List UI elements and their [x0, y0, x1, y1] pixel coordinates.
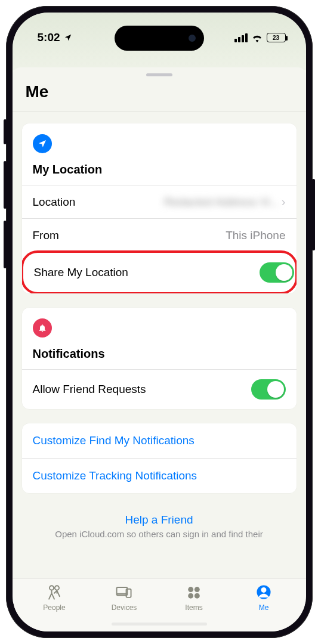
share-my-location-toggle[interactable] [260, 262, 294, 283]
people-icon [45, 583, 64, 601]
svg-point-6 [188, 593, 193, 599]
notifications-card: Notifications Allow Friend Requests [22, 308, 297, 409]
volume-down-button [4, 221, 7, 268]
chevron-right-icon: › [282, 195, 286, 209]
location-value: Redacted Address Vi... [164, 196, 279, 209]
customize-tracking-link[interactable]: Customize Tracking Notifications [22, 458, 297, 493]
allow-friend-requests-row[interactable]: Allow Friend Requests [22, 369, 297, 409]
status-time: 5:02 [38, 31, 60, 44]
tab-people[interactable]: People [20, 583, 89, 612]
devices-icon [115, 583, 134, 601]
from-value: This iPhone [226, 229, 285, 242]
tab-items-label: Items [185, 603, 202, 612]
help-a-friend-subtitle: Open iCloud.com so others can sign in an… [34, 529, 285, 539]
tab-me-label: Me [259, 603, 269, 612]
tab-devices[interactable]: Devices [89, 583, 159, 612]
me-sheet: Me My Location Location Redacted Address [13, 67, 306, 578]
share-my-location-label: Share My Location [34, 266, 128, 279]
svg-point-1 [55, 586, 59, 590]
location-row[interactable]: Location Redacted Address Vi... › [22, 185, 297, 218]
items-icon [184, 583, 203, 601]
screen: 5:02 23 Me My Location [13, 13, 306, 631]
side-button [4, 119, 7, 144]
sheet-grabber[interactable] [146, 73, 172, 76]
help-a-friend-section: Help a Friend Open iCloud.com so others … [22, 507, 297, 539]
notifications-title: Notifications [33, 347, 286, 361]
customize-find-my-link[interactable]: Customize Find My Notifications [22, 423, 297, 458]
svg-point-5 [194, 587, 200, 592]
from-label: From [33, 229, 59, 242]
battery-icon: 23 [267, 33, 286, 42]
from-row[interactable]: From This iPhone [22, 218, 297, 252]
tab-me[interactable]: Me [229, 583, 299, 612]
location-services-icon [64, 33, 72, 42]
tab-bar: People Devices Items Me [13, 578, 306, 631]
phone-frame: 5:02 23 Me My Location [6, 6, 313, 638]
battery-level: 23 [273, 35, 279, 41]
tab-people-label: People [43, 603, 65, 612]
my-location-title: My Location [33, 163, 286, 177]
location-label: Location [33, 196, 76, 209]
help-a-friend-link[interactable]: Help a Friend [34, 513, 285, 527]
person-circle-icon [254, 583, 273, 601]
notification-links-card: Customize Find My Notifications Customiz… [22, 423, 297, 493]
notifications-header: Notifications [22, 308, 297, 369]
svg-point-9 [261, 587, 267, 593]
my-location-header: My Location [22, 123, 297, 185]
bell-icon [33, 318, 52, 338]
share-my-location-row[interactable]: Share My Location [22, 250, 297, 293]
volume-up-button [4, 161, 7, 209]
cellular-signal-icon [234, 33, 248, 42]
svg-point-7 [194, 593, 200, 599]
svg-point-4 [188, 587, 193, 592]
svg-point-0 [50, 586, 54, 590]
sheet-content[interactable]: My Location Location Redacted Address Vi… [13, 112, 306, 578]
location-arrow-icon [33, 134, 52, 153]
my-location-card: My Location Location Redacted Address Vi… [22, 123, 297, 293]
page-title: Me [13, 80, 306, 111]
tab-devices-label: Devices [112, 603, 137, 612]
dynamic-island [115, 26, 204, 51]
allow-friend-requests-toggle[interactable] [251, 379, 286, 400]
allow-friend-requests-label: Allow Friend Requests [33, 383, 146, 396]
tab-items[interactable]: Items [159, 583, 229, 612]
power-button [312, 179, 315, 250]
wifi-icon [251, 33, 263, 42]
